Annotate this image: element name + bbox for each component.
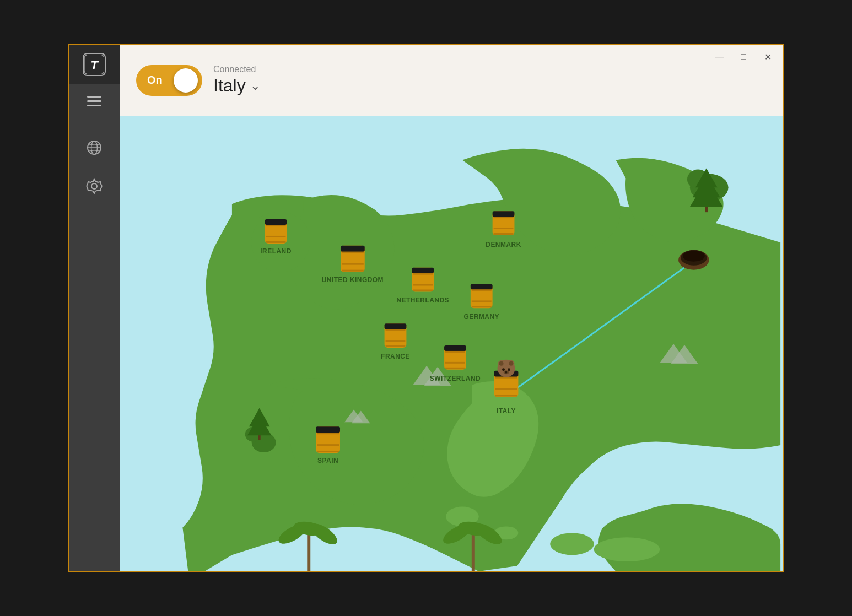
svg-point-89 bbox=[509, 361, 513, 366]
svg-rect-41 bbox=[265, 219, 287, 225]
switzerland-barrel[interactable] bbox=[444, 345, 466, 370]
vpn-toggle[interactable]: On bbox=[136, 65, 202, 96]
location-row: Italy ⌄ bbox=[213, 75, 260, 96]
svg-text:T: T bbox=[90, 58, 99, 72]
svg-rect-54 bbox=[413, 289, 433, 291]
hamburger-menu-button[interactable] bbox=[69, 84, 120, 117]
connection-info: Connected Italy ⌄ bbox=[213, 64, 260, 96]
svg-rect-83 bbox=[495, 388, 517, 390]
svg-rect-77 bbox=[317, 433, 339, 434]
netherlands-label: NETHERLANDS bbox=[396, 296, 449, 304]
sidebar-item-servers[interactable] bbox=[69, 128, 120, 167]
window-controls: — □ ✕ bbox=[713, 50, 774, 63]
globe-icon bbox=[86, 139, 103, 156]
toggle-label: On bbox=[147, 74, 163, 87]
svg-point-5 bbox=[91, 183, 97, 189]
gear-icon bbox=[86, 178, 103, 194]
svg-rect-49 bbox=[342, 270, 364, 272]
svg-rect-43 bbox=[266, 236, 286, 237]
svg-rect-63 bbox=[472, 300, 492, 302]
svg-rect-47 bbox=[342, 252, 364, 253]
france-barrel[interactable] bbox=[385, 323, 407, 348]
svg-rect-79 bbox=[317, 451, 339, 452]
svg-rect-68 bbox=[386, 340, 406, 342]
svg-rect-57 bbox=[494, 217, 514, 218]
svg-rect-62 bbox=[472, 289, 492, 291]
svg-rect-72 bbox=[445, 351, 465, 353]
svg-rect-64 bbox=[472, 306, 492, 307]
location-dropdown-chevron[interactable]: ⌄ bbox=[250, 79, 260, 93]
svg-rect-53 bbox=[413, 284, 433, 286]
svg-point-93 bbox=[505, 371, 508, 374]
svg-point-14 bbox=[594, 537, 660, 561]
main-layout: T bbox=[69, 45, 783, 571]
germany-label: GERMANY bbox=[463, 313, 499, 321]
germany-barrel[interactable] bbox=[471, 284, 493, 309]
toggle-container: On Connected Italy ⌄ bbox=[136, 64, 260, 96]
map-area: IRELAND UNITED KINGDOM bbox=[120, 116, 783, 571]
map-svg: IRELAND UNITED KINGDOM bbox=[120, 116, 783, 571]
sidebar: T bbox=[69, 45, 120, 571]
maximize-button[interactable]: □ bbox=[737, 50, 750, 63]
svg-rect-51 bbox=[412, 268, 434, 273]
svg-rect-73 bbox=[445, 362, 465, 364]
content-area: — □ ✕ On Connected Italy ⌄ bbox=[120, 45, 783, 571]
uk-label: UNITED KINGDOM bbox=[322, 276, 384, 284]
svg-rect-59 bbox=[494, 233, 514, 235]
svg-rect-48 bbox=[342, 263, 364, 265]
svg-rect-61 bbox=[471, 284, 493, 290]
svg-rect-71 bbox=[444, 345, 466, 351]
svg-point-39 bbox=[683, 251, 705, 262]
svg-rect-78 bbox=[317, 444, 339, 446]
svg-rect-44 bbox=[266, 241, 286, 243]
minimize-button[interactable]: — bbox=[713, 50, 726, 63]
uk-barrel[interactable] bbox=[341, 246, 365, 272]
sidebar-item-settings[interactable] bbox=[69, 167, 120, 206]
location-name: Italy bbox=[213, 75, 246, 96]
app-logo-icon: T bbox=[83, 53, 106, 76]
header: — □ ✕ On Connected Italy ⌄ bbox=[120, 45, 783, 116]
svg-rect-76 bbox=[316, 426, 340, 433]
switzerland-label: SWITZERLAND bbox=[430, 375, 481, 382]
italy-label: ITALY bbox=[497, 407, 516, 415]
svg-rect-74 bbox=[445, 368, 465, 369]
svg-rect-66 bbox=[385, 323, 407, 329]
ireland-barrel[interactable] bbox=[265, 219, 287, 244]
hamburger-icon bbox=[87, 96, 101, 106]
denmark-label: DENMARK bbox=[486, 241, 521, 248]
svg-point-13 bbox=[550, 533, 594, 555]
svg-point-90 bbox=[502, 368, 505, 371]
spain-barrel[interactable] bbox=[316, 426, 340, 453]
svg-rect-67 bbox=[386, 329, 406, 331]
svg-rect-58 bbox=[494, 228, 514, 229]
connected-status: Connected bbox=[213, 64, 260, 74]
svg-rect-84 bbox=[495, 395, 517, 397]
netherlands-barrel[interactable] bbox=[412, 268, 434, 292]
close-button[interactable]: ✕ bbox=[761, 50, 774, 63]
svg-rect-56 bbox=[493, 211, 515, 217]
denmark-barrel[interactable] bbox=[493, 211, 515, 235]
sidebar-nav bbox=[69, 117, 120, 571]
app-window: T bbox=[68, 44, 784, 572]
ireland-label: IRELAND bbox=[260, 247, 292, 255]
sidebar-logo: T bbox=[69, 45, 120, 84]
svg-rect-46 bbox=[341, 246, 365, 252]
svg-rect-42 bbox=[266, 225, 286, 226]
toggle-knob bbox=[174, 68, 198, 93]
svg-rect-69 bbox=[386, 345, 406, 347]
france-label: FRANCE bbox=[381, 353, 410, 360]
svg-point-88 bbox=[499, 361, 504, 366]
svg-rect-52 bbox=[413, 273, 433, 275]
svg-point-91 bbox=[508, 368, 510, 371]
spain-label: SPAIN bbox=[317, 457, 338, 464]
